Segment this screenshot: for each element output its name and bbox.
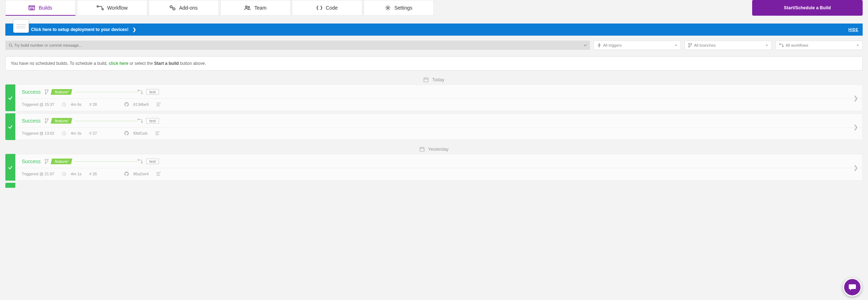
day-label: Yesterday [428, 146, 448, 152]
build-duration: 4m 1s [62, 172, 81, 176]
document-icon [13, 19, 29, 33]
svg-point-26 [142, 93, 143, 94]
chevron-right-icon[interactable]: ❯ [853, 123, 858, 130]
banner-text: Click here to setup deployment to your d… [31, 27, 128, 32]
workflow-tag: test [146, 118, 159, 124]
svg-point-46 [45, 163, 46, 164]
code-icon [317, 5, 322, 10]
svg-point-4 [97, 6, 98, 7]
build-row[interactable]: Success feature/ test Triggered @ 13:02 … [5, 113, 863, 140]
tab-settings[interactable]: Settings [364, 0, 434, 16]
svg-point-32 [47, 119, 48, 120]
build-duration: 4m 6s [62, 102, 81, 107]
branch-tag: feature/ [51, 89, 72, 95]
workflow-tag: test [146, 89, 159, 95]
workflow-icon [138, 119, 143, 123]
workflow-icon [97, 5, 104, 10]
svg-rect-1 [29, 6, 35, 7]
build-row[interactable]: Success feature/ test Triggered @ 21:07 … [5, 154, 863, 181]
tab-label: Builds [38, 5, 52, 11]
status-label: Success [22, 89, 45, 95]
branch-icon [45, 118, 48, 123]
schedule-link[interactable]: click here [109, 61, 128, 66]
status-indicator [5, 154, 15, 181]
svg-rect-40 [420, 148, 424, 151]
addons-icon [170, 5, 175, 10]
tab-code[interactable]: Code [292, 0, 362, 16]
tab-label: Settings [394, 5, 412, 11]
svg-point-14 [691, 43, 692, 45]
commit-hash: f0b81eb [124, 131, 148, 135]
tab-label: Workflow [107, 5, 128, 11]
svg-point-48 [142, 162, 143, 164]
search-input[interactable] [14, 43, 586, 47]
svg-point-9 [248, 6, 250, 8]
tab-label: Team [254, 5, 266, 11]
svg-point-25 [138, 90, 139, 91]
svg-point-35 [142, 122, 143, 123]
filter-branches[interactable]: All branches ▾ [684, 41, 772, 50]
tab-label: Code [326, 5, 338, 11]
hide-banner-button[interactable]: HIDE [848, 28, 858, 32]
start-build-button[interactable]: Start/Schedule a Build [752, 0, 863, 16]
tab-builds[interactable]: Builds [5, 0, 76, 16]
chevron-down-icon: ▾ [857, 43, 859, 47]
enter-icon: ↵ [584, 43, 587, 48]
team-icon [244, 5, 251, 10]
build-row[interactable]: Success feature/ test Triggered @ 15:37 … [5, 84, 863, 111]
commit-hash: 86a2ee4 [124, 172, 149, 176]
svg-point-23 [47, 90, 48, 91]
svg-point-24 [45, 93, 46, 94]
svg-point-34 [138, 119, 139, 120]
chevron-right-icon: ❯ [133, 27, 136, 32]
list-icon [156, 172, 161, 176]
filter-workflows[interactable]: All workflows ▾ [775, 41, 863, 50]
status-label: Success [22, 118, 45, 124]
svg-point-16 [780, 44, 781, 45]
triggered-time: Triggered @ 21:07 [22, 172, 54, 176]
filter-label: All triggers [603, 43, 622, 47]
svg-point-13 [689, 43, 690, 45]
search-icon [9, 43, 13, 47]
svg-rect-18 [424, 78, 428, 82]
day-label: Today [432, 77, 445, 82]
tab-addons[interactable]: Add-ons [149, 0, 219, 16]
search-box: ↵ [5, 41, 590, 50]
filter-label: All branches [694, 43, 716, 47]
settings-icon [385, 5, 391, 11]
build-number: # 27 [89, 131, 97, 135]
svg-point-47 [138, 160, 139, 161]
tab-label: Add-ons [179, 5, 197, 11]
triggered-time: Triggered @ 15:37 [22, 102, 54, 107]
chevron-right-icon[interactable]: ❯ [853, 164, 858, 171]
svg-point-22 [45, 90, 46, 91]
triggered-time: Triggered @ 13:02 [22, 131, 54, 135]
list-icon [155, 131, 160, 135]
filter-label: All workflows [786, 43, 808, 47]
svg-point-17 [782, 46, 784, 47]
status-indicator [5, 113, 15, 140]
svg-point-33 [45, 122, 46, 123]
svg-point-10 [387, 7, 389, 9]
deployment-banner[interactable]: Click here to setup deployment to your d… [5, 24, 863, 36]
chevron-down-icon: ▾ [766, 43, 768, 47]
svg-point-31 [45, 119, 46, 120]
tab-team[interactable]: Team [220, 0, 291, 16]
status-label: Success [22, 159, 45, 164]
workflow-tag: test [146, 159, 159, 164]
build-duration: 4m 3s [62, 131, 81, 135]
day-separator-today: Today [5, 77, 863, 82]
branch-icon [45, 89, 48, 94]
builds-icon [29, 5, 35, 10]
filter-triggers[interactable]: All triggers ▾ [594, 41, 681, 50]
chevron-down-icon: ▾ [675, 43, 677, 47]
svg-point-15 [689, 46, 690, 47]
tab-workflow[interactable]: Workflow [77, 0, 147, 16]
svg-point-5 [102, 9, 103, 10]
build-number: # 26 [89, 172, 97, 176]
chevron-right-icon[interactable]: ❯ [853, 94, 858, 101]
scheduled-builds-notice: You have no scheduled builds. To schedul… [5, 56, 863, 71]
start-build-bold: Start a build [154, 61, 179, 66]
workflow-icon [138, 90, 143, 94]
status-indicator [5, 84, 15, 111]
